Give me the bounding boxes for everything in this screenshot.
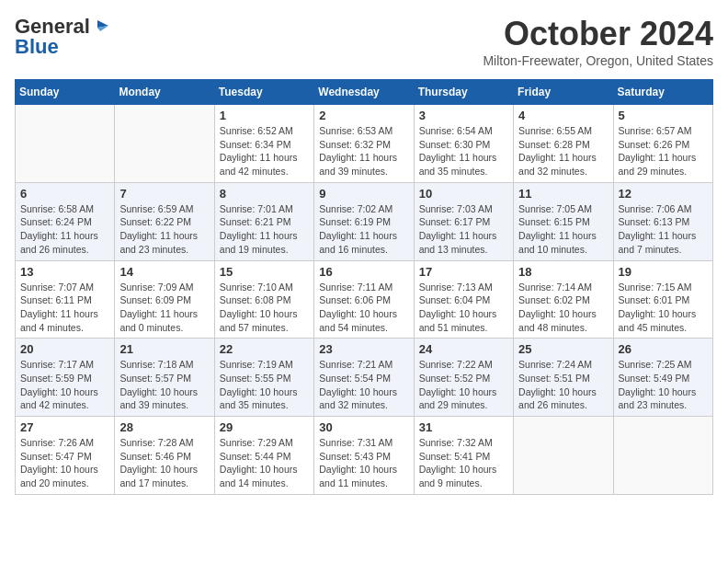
calendar-cell: 4Sunrise: 6:55 AM Sunset: 6:28 PM Daylig…: [514, 105, 613, 183]
day-number: 11: [518, 187, 608, 201]
day-info: Sunrise: 7:28 AM Sunset: 5:46 PM Dayligh…: [119, 436, 209, 490]
day-number: 19: [619, 265, 708, 279]
day-info: Sunrise: 7:05 AM Sunset: 6:15 PM Dayligh…: [518, 202, 608, 257]
logo: General Blue: [15, 15, 108, 59]
calendar-cell: 20Sunrise: 7:17 AM Sunset: 5:59 PM Dayli…: [16, 339, 115, 417]
calendar-cell: 14Sunrise: 7:09 AM Sunset: 6:09 PM Dayli…: [115, 260, 214, 339]
calendar-cell: 13Sunrise: 7:07 AM Sunset: 6:11 PM Dayli…: [16, 260, 115, 339]
calendar-cell: 3Sunrise: 6:54 AM Sunset: 6:30 PM Daylig…: [414, 105, 513, 183]
calendar-cell: 18Sunrise: 7:14 AM Sunset: 6:02 PM Dayli…: [514, 260, 613, 339]
day-number: 6: [20, 187, 109, 201]
day-number: 7: [119, 187, 209, 201]
calendar-cell: 6Sunrise: 6:58 AM Sunset: 6:24 PM Daylig…: [16, 182, 115, 260]
day-info: Sunrise: 7:31 AM Sunset: 5:43 PM Dayligh…: [319, 436, 408, 490]
calendar-cell: 24Sunrise: 7:22 AM Sunset: 5:52 PM Dayli…: [414, 339, 513, 417]
day-number: 14: [119, 265, 209, 279]
day-info: Sunrise: 7:11 AM Sunset: 6:06 PM Dayligh…: [319, 281, 408, 335]
calendar-cell: 15Sunrise: 7:10 AM Sunset: 6:08 PM Dayli…: [214, 260, 313, 339]
calendar-week-row: 27Sunrise: 7:26 AM Sunset: 5:47 PM Dayli…: [16, 417, 713, 495]
day-info: Sunrise: 7:14 AM Sunset: 6:02 PM Dayligh…: [518, 281, 608, 335]
day-number: 28: [119, 420, 209, 434]
calendar-cell: [514, 417, 613, 495]
day-info: Sunrise: 7:18 AM Sunset: 5:57 PM Dayligh…: [119, 358, 209, 412]
month-title: October 2024: [483, 15, 713, 53]
calendar-cell: 30Sunrise: 7:31 AM Sunset: 5:43 PM Dayli…: [314, 417, 414, 495]
day-number: 25: [518, 342, 608, 356]
day-info: Sunrise: 6:57 AM Sunset: 6:26 PM Dayligh…: [619, 124, 708, 178]
calendar-cell: 28Sunrise: 7:28 AM Sunset: 5:46 PM Dayli…: [115, 417, 214, 495]
day-number: 2: [319, 109, 408, 122]
day-number: 24: [419, 342, 508, 356]
day-info: Sunrise: 7:03 AM Sunset: 6:17 PM Dayligh…: [419, 202, 508, 257]
weekday-header-friday: Friday: [514, 80, 613, 105]
calendar-cell: 7Sunrise: 6:59 AM Sunset: 6:22 PM Daylig…: [115, 182, 214, 260]
calendar-cell: 9Sunrise: 7:02 AM Sunset: 6:19 PM Daylig…: [314, 182, 414, 260]
calendar-week-row: 1Sunrise: 6:52 AM Sunset: 6:34 PM Daylig…: [16, 105, 713, 183]
day-number: 1: [220, 109, 309, 122]
calendar-cell: 17Sunrise: 7:13 AM Sunset: 6:04 PM Dayli…: [414, 260, 513, 339]
day-number: 13: [20, 265, 109, 279]
calendar-cell: 5Sunrise: 6:57 AM Sunset: 6:26 PM Daylig…: [613, 105, 712, 183]
day-number: 9: [319, 187, 408, 201]
day-number: 27: [20, 420, 109, 434]
weekday-header-saturday: Saturday: [613, 80, 712, 105]
calendar-table: SundayMondayTuesdayWednesdayThursdayFrid…: [15, 79, 713, 495]
calendar-cell: 11Sunrise: 7:05 AM Sunset: 6:15 PM Dayli…: [514, 182, 613, 260]
day-info: Sunrise: 7:22 AM Sunset: 5:52 PM Dayligh…: [419, 358, 508, 412]
day-info: Sunrise: 7:13 AM Sunset: 6:04 PM Dayligh…: [419, 281, 508, 335]
logo-bird-icon: [92, 18, 108, 35]
calendar-cell: 23Sunrise: 7:21 AM Sunset: 5:54 PM Dayli…: [314, 339, 414, 417]
calendar-cell: 29Sunrise: 7:29 AM Sunset: 5:44 PM Dayli…: [214, 417, 313, 495]
day-number: 21: [119, 342, 209, 356]
location-text: Milton-Freewater, Oregon, United States: [483, 53, 713, 68]
day-info: Sunrise: 7:10 AM Sunset: 6:08 PM Dayligh…: [220, 281, 309, 335]
day-info: Sunrise: 7:21 AM Sunset: 5:54 PM Dayligh…: [319, 358, 408, 412]
day-info: Sunrise: 7:02 AM Sunset: 6:19 PM Dayligh…: [319, 202, 408, 257]
day-info: Sunrise: 7:09 AM Sunset: 6:09 PM Dayligh…: [119, 281, 209, 335]
weekday-header-monday: Monday: [115, 80, 214, 105]
day-info: Sunrise: 7:32 AM Sunset: 5:41 PM Dayligh…: [419, 436, 508, 490]
day-info: Sunrise: 7:01 AM Sunset: 6:21 PM Dayligh…: [220, 202, 309, 257]
day-info: Sunrise: 7:26 AM Sunset: 5:47 PM Dayligh…: [20, 436, 109, 490]
logo-blue: Blue: [15, 35, 59, 59]
calendar-cell: 25Sunrise: 7:24 AM Sunset: 5:51 PM Dayli…: [514, 339, 613, 417]
day-number: 26: [619, 342, 708, 356]
weekday-header-tuesday: Tuesday: [214, 80, 313, 105]
calendar-cell: 19Sunrise: 7:15 AM Sunset: 6:01 PM Dayli…: [613, 260, 712, 339]
day-info: Sunrise: 7:17 AM Sunset: 5:59 PM Dayligh…: [20, 358, 109, 412]
day-info: Sunrise: 7:19 AM Sunset: 5:55 PM Dayligh…: [220, 358, 309, 412]
calendar-cell: [115, 105, 214, 183]
calendar-cell: 27Sunrise: 7:26 AM Sunset: 5:47 PM Dayli…: [16, 417, 115, 495]
day-info: Sunrise: 6:59 AM Sunset: 6:22 PM Dayligh…: [119, 202, 209, 257]
day-number: 30: [319, 420, 408, 434]
day-number: 16: [319, 265, 408, 279]
calendar-cell: 31Sunrise: 7:32 AM Sunset: 5:41 PM Dayli…: [414, 417, 513, 495]
day-info: Sunrise: 6:58 AM Sunset: 6:24 PM Dayligh…: [20, 202, 109, 257]
calendar-cell: 1Sunrise: 6:52 AM Sunset: 6:34 PM Daylig…: [214, 105, 313, 183]
calendar-cell: 2Sunrise: 6:53 AM Sunset: 6:32 PM Daylig…: [314, 105, 414, 183]
calendar-week-row: 13Sunrise: 7:07 AM Sunset: 6:11 PM Dayli…: [16, 260, 713, 339]
day-info: Sunrise: 6:52 AM Sunset: 6:34 PM Dayligh…: [220, 124, 309, 178]
day-number: 15: [220, 265, 309, 279]
day-number: 10: [419, 187, 508, 201]
calendar-cell: 16Sunrise: 7:11 AM Sunset: 6:06 PM Dayli…: [314, 260, 414, 339]
day-number: 8: [220, 187, 309, 201]
page-header: General Blue October 2024 Milton-Freewat…: [15, 15, 713, 68]
calendar-week-row: 6Sunrise: 6:58 AM Sunset: 6:24 PM Daylig…: [16, 182, 713, 260]
calendar-cell: 22Sunrise: 7:19 AM Sunset: 5:55 PM Dayli…: [214, 339, 313, 417]
weekday-header-sunday: Sunday: [16, 80, 115, 105]
calendar-cell: 8Sunrise: 7:01 AM Sunset: 6:21 PM Daylig…: [214, 182, 313, 260]
calendar-cell: [613, 417, 712, 495]
calendar-cell: 10Sunrise: 7:03 AM Sunset: 6:17 PM Dayli…: [414, 182, 513, 260]
day-number: 29: [220, 420, 309, 434]
calendar-week-row: 20Sunrise: 7:17 AM Sunset: 5:59 PM Dayli…: [16, 339, 713, 417]
weekday-header-thursday: Thursday: [414, 80, 513, 105]
day-info: Sunrise: 7:06 AM Sunset: 6:13 PM Dayligh…: [619, 202, 708, 257]
calendar-cell: 26Sunrise: 7:25 AM Sunset: 5:49 PM Dayli…: [613, 339, 712, 417]
day-number: 31: [419, 420, 508, 434]
calendar-cell: 21Sunrise: 7:18 AM Sunset: 5:57 PM Dayli…: [115, 339, 214, 417]
day-info: Sunrise: 7:24 AM Sunset: 5:51 PM Dayligh…: [518, 358, 608, 412]
day-info: Sunrise: 6:55 AM Sunset: 6:28 PM Dayligh…: [518, 124, 608, 178]
day-number: 17: [419, 265, 508, 279]
day-number: 12: [619, 187, 708, 201]
